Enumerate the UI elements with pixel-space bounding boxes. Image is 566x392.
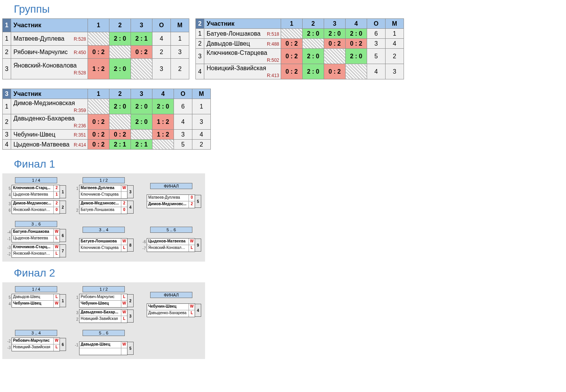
player-name: Давыдов-Швец xyxy=(79,342,121,348)
player-score: L xyxy=(189,245,195,252)
group-row: 1Батуев-ЛоншаковаR:5182 : 02 : 02 : 061 xyxy=(196,29,404,39)
cell-diag xyxy=(303,39,324,49)
row-num: 2 xyxy=(3,45,11,59)
match: Батуев-ЛоншаковаWКлючников-СтарцеваL8 xyxy=(74,238,134,252)
match: 1Рябович-МарчулисLЧебунин-ШвецW2 xyxy=(74,294,134,308)
seed: 3 xyxy=(6,201,12,207)
row-num: 1 xyxy=(3,32,11,45)
cell-diag xyxy=(152,140,174,150)
player-name: Новицкий-Завийская xyxy=(12,344,53,351)
place: 2 xyxy=(171,59,189,79)
participant-name: Батуев-ЛоншаковаR:518 xyxy=(204,29,281,39)
seed: 4 xyxy=(6,301,12,307)
points: 3 xyxy=(174,130,192,140)
hdr-col: 2 xyxy=(109,19,131,32)
round-label: 5 .. 6 xyxy=(150,227,192,233)
group-row: 3Яновский-КоноваловаR:5281 : 22 : 032 xyxy=(3,59,189,79)
seed: 5 xyxy=(6,294,12,301)
match-row: Яновский-КоноваловаL xyxy=(12,251,60,257)
final2-bracket: 1 / 454Давыдов-ШвецLЧебунин-ШвецW11 / 21… xyxy=(2,282,205,359)
cell-score: 0 : 2 xyxy=(346,39,367,49)
seed: -4 xyxy=(6,229,12,236)
hdr-col: 4 xyxy=(346,19,367,29)
cell-score: 2 : 0 xyxy=(109,99,131,114)
cell-diag xyxy=(324,49,346,64)
group-row: 2Давыдов-ШвецR:4880 : 20 : 20 : 234 xyxy=(196,39,404,49)
match-row: Давыденко-Бахар...W xyxy=(79,310,127,316)
hdr-col: 4 xyxy=(152,89,174,99)
player-name: Цыденов-Матвеева xyxy=(12,192,53,198)
player-name: Рябович-Марчулис xyxy=(12,338,53,344)
match-row: Цыденов-МатвееваL xyxy=(12,236,60,242)
seed xyxy=(74,239,79,245)
player-score xyxy=(121,348,127,355)
seed: -7 xyxy=(141,245,147,252)
player-score: L xyxy=(189,310,195,317)
bracket-column: ФИНАЛМатвеев-Дуплева0Димов-Медзиновс...2… xyxy=(141,177,201,214)
bracket-column: 3 .. 4Батуев-ЛоншаковаWКлючников-Старцев… xyxy=(74,221,134,258)
groups-title: Группы xyxy=(14,3,566,15)
match-row: Матвеев-Дуплева0 xyxy=(147,195,195,201)
group-row: 4Цыденов-МатвееваR:4140 : 22 : 12 : 152 xyxy=(3,140,211,150)
rating: R:359 xyxy=(74,108,86,113)
points: 3 xyxy=(152,59,171,79)
seed xyxy=(141,310,147,317)
row-num: 4 xyxy=(3,140,11,150)
hdr-place: М xyxy=(192,89,211,99)
hdr-place: М xyxy=(386,19,404,29)
participant-name: Яновский-КоноваловаR:528 xyxy=(11,59,88,79)
match-row: Батуев-Лоншакова0 xyxy=(79,207,127,214)
match-row: Яновский-Коновалова0 xyxy=(12,207,60,214)
player-name: Цыденов-Матвеева xyxy=(12,236,53,242)
participant-name: Ключников-СтарцеваR:502 xyxy=(204,49,281,64)
player-score: L xyxy=(121,245,127,252)
match: 32Давыденко-Бахар...WНовицкий-ЗавийскаяL… xyxy=(74,309,134,323)
match-number: 3 xyxy=(127,310,134,323)
match-row: Димов-Медзиновс...2 xyxy=(79,201,127,207)
player-score: W xyxy=(121,310,127,316)
match-row: Димов-Медзиновс...2 xyxy=(147,201,195,208)
bracket-column: 1 / 454Давыдов-ШвецLЧебунин-ШвецW1 xyxy=(6,286,66,323)
cell-score: 0 : 2 xyxy=(281,39,303,49)
place: 1 xyxy=(171,32,189,45)
groups-container: 1Участник123ОМ1Матвеев-ДуплеваR:5282 : 0… xyxy=(0,18,566,155)
player-name: Новицкий-Завийская xyxy=(79,316,121,323)
round-label: 5 .. 6 xyxy=(83,330,125,336)
player-score: 0 xyxy=(53,207,60,214)
bracket-column: 1 / 21Матвеев-ДуплеваWКлючников-Старцева… xyxy=(74,177,134,214)
hdr-participant: Участник xyxy=(11,89,88,99)
bracket-column: 1 / 454Ключников-Старц...2Цыденов-Матвее… xyxy=(6,177,66,214)
row-num: 2 xyxy=(196,39,204,49)
player-score: 2 xyxy=(53,185,60,191)
match-row: Чебунин-ШвецW xyxy=(147,304,195,310)
player-score: L xyxy=(53,294,60,300)
player-name: Чебунин-Швец xyxy=(147,304,189,310)
match: Чебунин-ШвецWДавыденко-БахареваL4 xyxy=(141,303,201,317)
match-row: Яновский-КоноваловаL xyxy=(147,245,195,252)
match-row: Димов-Медзиновс...2 xyxy=(12,201,60,207)
final2-title: Финал 2 xyxy=(14,267,566,279)
round-label: 1 / 4 xyxy=(15,177,57,183)
seed: -6 xyxy=(141,239,147,245)
match-number: 1 xyxy=(60,294,66,307)
round-label: 1 / 2 xyxy=(83,177,125,183)
group-table-3: 3Участник1234ОМ1Димов-МедзиновскаяR:3592… xyxy=(2,89,211,150)
player-score xyxy=(121,192,127,198)
player-score: L xyxy=(53,344,60,351)
hdr-participant: Участник xyxy=(204,19,281,29)
player-name: Яновский-Коновалова xyxy=(12,207,53,214)
match-row: Чебунин-ШвецW xyxy=(79,301,127,307)
place: 3 xyxy=(386,64,404,79)
participant-name: Новицкий-ЗавийскаяR:413 xyxy=(204,64,281,79)
player-name: Ключников-Старц... xyxy=(12,185,53,191)
seed xyxy=(74,348,79,355)
player-score: L xyxy=(121,316,127,323)
match: -4-1Батуев-ЛоншаковаWЦыденов-МатвееваL6 xyxy=(6,229,66,242)
player-score: W xyxy=(121,342,127,348)
match: -2-3Рябович-МарчулисWНовицкий-ЗавийскаяL… xyxy=(6,338,66,351)
final1-title: Финал 1 xyxy=(14,158,566,170)
participant-name: Давыденко-БахареваR:236 xyxy=(11,114,88,130)
cell-score: 1 : 2 xyxy=(152,114,174,130)
round-label: 1 / 2 xyxy=(83,286,125,292)
cell-score: 2 : 0 xyxy=(131,114,152,130)
